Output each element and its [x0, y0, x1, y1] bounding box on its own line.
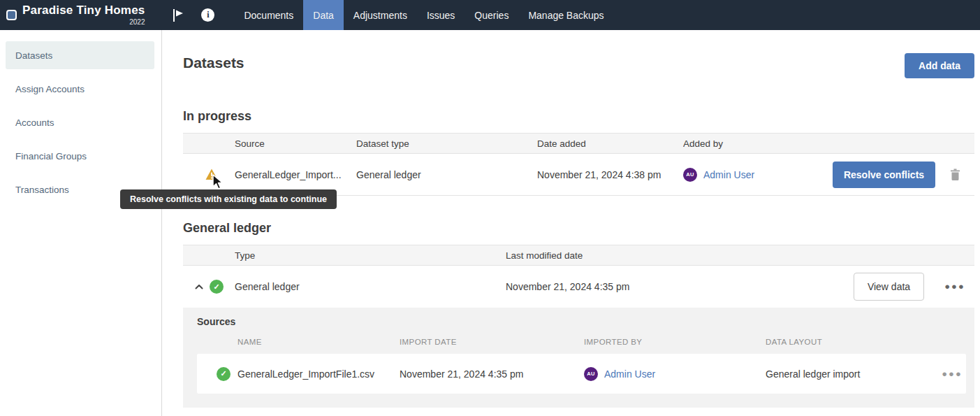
col-date-added: Date added	[537, 138, 683, 149]
sidebar-item-financial-groups[interactable]: Financial Groups	[6, 142, 154, 170]
col-source: Source	[235, 138, 356, 149]
row-type: General ledger	[235, 281, 506, 292]
source-imported-by-link[interactable]: Admin User	[604, 368, 655, 380]
brand-year: 2022	[22, 18, 145, 26]
main-content: Datasets Add data In progress Source Dat…	[162, 30, 980, 416]
col-dataset-type: Dataset type	[356, 138, 537, 149]
add-data-button[interactable]: Add data	[905, 53, 974, 78]
source-menu-icon[interactable]: ●●●	[942, 371, 963, 378]
col-imported-by: IMPORTED BY	[584, 338, 766, 346]
app-logo-icon	[6, 10, 17, 20]
view-data-button[interactable]: View data	[854, 273, 924, 301]
col-data-layout: DATA LAYOUT	[766, 338, 938, 346]
general-ledger-heading: General ledger	[183, 221, 974, 236]
general-ledger-row: ✓ General ledger November 21, 2024 4:35 …	[183, 266, 974, 308]
source-success-check-icon: ✓	[217, 367, 231, 381]
source-data-layout: General ledger import	[766, 368, 938, 380]
nav-item-data[interactable]: Data	[303, 0, 344, 30]
source-name: GeneralLedger_ImportFile1.csv	[237, 368, 400, 380]
flag-icon[interactable]	[171, 0, 184, 30]
in-progress-table: Source Dataset type Date added Added by	[183, 133, 974, 196]
sources-heading: Sources	[197, 316, 966, 327]
source-row: ✓ GeneralLedger_ImportFile1.csv November…	[197, 354, 966, 394]
main-nav: Documents Data Adjustments Issues Querie…	[234, 0, 613, 30]
nav-item-adjustments[interactable]: Adjustments	[344, 0, 417, 30]
general-ledger-table: Type Last modified date ✓ General ledger…	[183, 245, 974, 408]
col-added-by: Added by	[683, 138, 833, 149]
general-ledger-table-header: Type Last modified date	[183, 245, 974, 266]
row-menu-icon[interactable]: ●●●	[944, 283, 965, 290]
sidebar: Datasets Assign Accounts Accounts Financ…	[0, 30, 162, 416]
nav-item-manage-backups[interactable]: Manage Backups	[518, 0, 613, 30]
nav-item-issues[interactable]: Issues	[417, 0, 465, 30]
app-brand[interactable]: Paradise Tiny Homes 2022	[0, 0, 145, 30]
avatar: AU	[683, 168, 697, 182]
warning-icon[interactable]	[205, 168, 218, 180]
row-last-modified: November 21, 2024 4:35 pm	[506, 281, 854, 292]
col-import-date: IMPORT DATE	[400, 338, 584, 346]
source-import-date: November 21, 2024 4:35 pm	[400, 368, 584, 380]
success-check-icon: ✓	[210, 280, 224, 294]
in-progress-table-header: Source Dataset type Date added Added by	[183, 133, 974, 154]
col-name: NAME	[237, 338, 400, 346]
chevron-up-icon[interactable]	[195, 284, 203, 289]
row-dataset-type: General ledger	[356, 169, 537, 180]
top-navbar: Paradise Tiny Homes 2022 i Documents Dat…	[0, 0, 980, 30]
nav-item-documents[interactable]: Documents	[234, 0, 303, 30]
col-type: Type	[235, 250, 506, 261]
row-source: GeneralLedger_Import...	[235, 169, 356, 180]
brand-name: Paradise Tiny Homes	[22, 4, 145, 17]
tooltip: Resolve conflicts with existing data to …	[120, 189, 337, 209]
added-by-user-link[interactable]: Admin User	[703, 169, 754, 180]
row-date-added: November 21, 2024 4:38 pm	[537, 169, 683, 180]
resolve-conflicts-button[interactable]: Resolve conflicts	[833, 162, 935, 188]
delete-icon[interactable]	[950, 168, 960, 180]
sidebar-item-assign-accounts[interactable]: Assign Accounts	[6, 75, 154, 103]
sources-panel: Sources NAME IMPORT DATE IMPORTED BY DAT…	[183, 308, 974, 408]
source-avatar: AU	[584, 367, 598, 381]
sidebar-item-datasets[interactable]: Datasets	[6, 41, 154, 69]
col-last-modified: Last modified date	[506, 250, 854, 261]
sidebar-item-accounts[interactable]: Accounts	[6, 108, 154, 136]
info-icon[interactable]: i	[201, 8, 214, 22]
page-title: Datasets	[183, 53, 244, 73]
sources-table-header: NAME IMPORT DATE IMPORTED BY DATA LAYOUT	[197, 333, 966, 351]
nav-item-queries[interactable]: Queries	[465, 0, 518, 30]
in-progress-heading: In progress	[183, 109, 974, 124]
